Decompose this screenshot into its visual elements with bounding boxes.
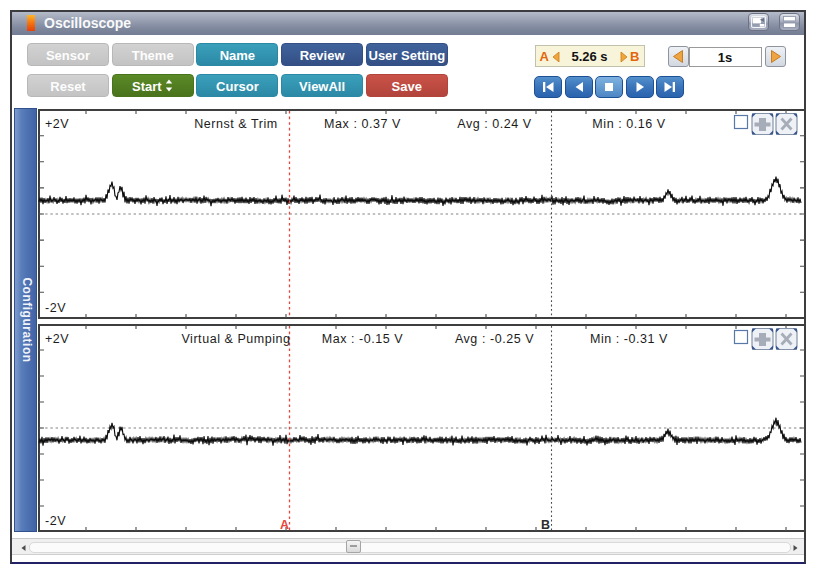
- svg-text:+2V: +2V: [45, 117, 69, 131]
- svg-text:B: B: [541, 517, 551, 531]
- svg-text:A: A: [280, 517, 290, 531]
- svg-text:Nernst & Trim: Nernst & Trim: [194, 117, 278, 131]
- svg-text:Avg : 0.24 V: Avg : 0.24 V: [457, 117, 532, 131]
- svg-text:-2V: -2V: [45, 301, 66, 315]
- svg-text:Virtual & Pumping: Virtual & Pumping: [181, 332, 290, 346]
- svg-text:Min : 0.16 V: Min : 0.16 V: [592, 117, 665, 131]
- svg-text:Max : -0.15 V: Max : -0.15 V: [321, 332, 403, 346]
- svg-text:Avg : -0.25 V: Avg : -0.25 V: [454, 332, 533, 346]
- svg-text:Min : -0.31 V: Min : -0.31 V: [589, 332, 667, 346]
- svg-text:Max : 0.37 V: Max : 0.37 V: [324, 117, 401, 131]
- svg-text:+2V: +2V: [45, 332, 69, 346]
- svg-text:-2V: -2V: [45, 514, 66, 528]
